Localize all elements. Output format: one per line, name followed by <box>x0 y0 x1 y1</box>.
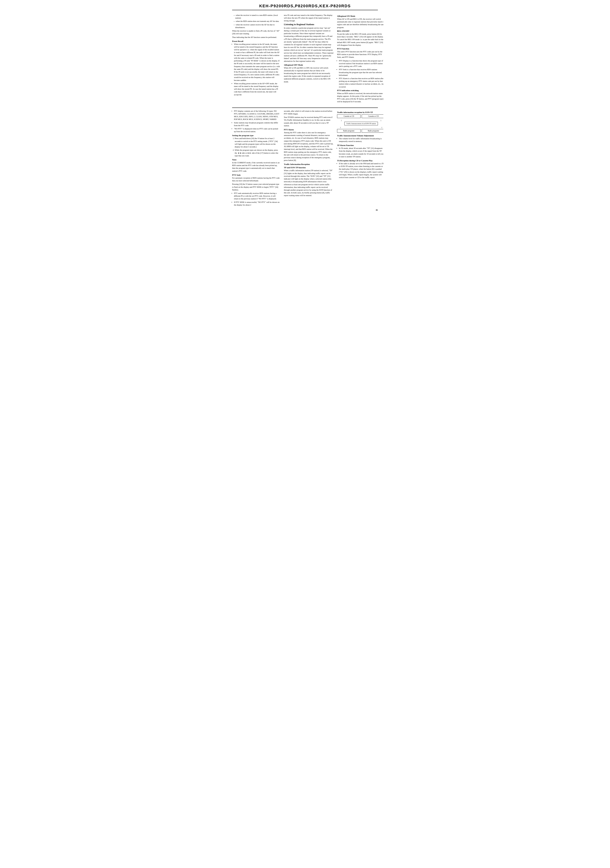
bullet-list-top: when the receiver is tuned to a non-RDS … <box>232 14 280 29</box>
list-item: The volume level for traffic information… <box>339 137 383 143</box>
pty-seek-text: Pressing [10] the ® button causes your s… <box>232 183 280 191</box>
traffic-volume-list: The volume level for traffic information… <box>337 137 383 143</box>
regional-off-text: When AF is ON and REG is OFF, the receiv… <box>284 67 333 83</box>
pty-function-title: PTY Function <box>337 48 383 50</box>
list-item: PTY Display is a function that shows the… <box>339 59 383 68</box>
regional-on-title: 2)Regional ON Mode <box>337 15 383 17</box>
list-item: When recalling preset stations in the AF… <box>234 82 280 96</box>
arrow-up-left: ↑ <box>340 126 341 129</box>
list-item: If the radio is already set to the FM ba… <box>339 162 383 179</box>
top-main-content: when the receiver is tuned to a non-RDS … <box>232 14 378 104</box>
preset-recall-list: When recalling preset stations in the AF… <box>232 43 280 96</box>
thus-text: Thus indicating that the AF function can… <box>232 36 280 39</box>
arrow-down-right: ↓ <box>381 119 382 122</box>
cont-text-bottom: seconds, after which it will return to t… <box>284 110 333 115</box>
diagram-middle-row: Traffic Announcement of an EON-TP statio… <box>337 122 383 126</box>
diagram-arrows-up: ↑ ↑ <box>337 126 383 129</box>
pty-alarm-text: Among the PTY codes there is also one fo… <box>284 131 333 162</box>
list-item: If PTY SEEK is unsuccessful, "NO PTY" wi… <box>234 201 280 206</box>
diagram-cassette-right: Cassette or CD <box>362 115 383 118</box>
setting-list: Press and hold down [10] the ® button fo… <box>232 137 280 157</box>
list-item: "NO PTY" is displayed when no PTY code c… <box>234 127 280 133</box>
page-header: KEH-P9200RDS,P8200RDS,KEX-P820RDS <box>232 4 378 10</box>
pty-seek-intro: For automatic reception of RDS stations … <box>232 177 280 182</box>
bottom-col-left: PTY display contents are of the followin… <box>232 110 280 207</box>
traffic-diagram: Cassette or CD Cassette or CD ↓ ↓ Traffi… <box>337 115 383 133</box>
listening-title: Listening to Regional Stations <box>284 23 333 26</box>
pty-function-text: This unit's PTY function uses the PTY co… <box>337 50 383 59</box>
diagram-radio-left: Radio programe <box>337 129 361 133</box>
regional-on-text: When AF is ON and REG is ON, the receive… <box>337 18 383 29</box>
reg-on-off-title: REG ON/OFF <box>337 30 383 32</box>
list-item: when the RDS station does not transmit a… <box>234 20 280 23</box>
pty-indication-title: PTY indication switching <box>337 89 383 91</box>
pty-display-list: PTY display contents are of the followin… <box>232 110 280 133</box>
list-item: PTY Alarm is a function that receives an… <box>339 77 383 88</box>
diagram-arrows-down: ↓ ↓ <box>337 119 383 122</box>
traffic-eon-diagram-title: Traffic information reception by EON-TP <box>337 111 383 113</box>
ta-reception-title: TA Reception during CD or Cassette Play <box>337 160 383 162</box>
bottom-section: PTY display contents are of the followin… <box>232 107 378 207</box>
traffic-info-title: Traffic Information Reception <box>284 163 333 165</box>
listening-text: In some countries a particular program s… <box>284 26 333 63</box>
diagram-cassette-left: Cassette or CD <box>337 115 361 118</box>
list-item: when the receiver cannot receive the AF … <box>234 23 280 29</box>
top-col-left: when the receiver is tuned to a non-RDS … <box>232 14 280 104</box>
diagram-radio-right: Radio programe <box>362 129 383 133</box>
cont-text: new PI code and stay tuned to the initia… <box>284 14 333 22</box>
traffic-volume-title: Traffic Announcement Volume Adjustment <box>337 135 383 137</box>
bottom-col-middle: seconds, after which it will return to t… <box>284 110 333 207</box>
preset-recall-title: Preset Recall <box>232 40 280 42</box>
top-col-right: 2)Regional ON Mode When AF is ON and REG… <box>337 14 383 104</box>
setting-title: Setting the program type <box>232 134 280 136</box>
diagram-top-row: Cassette or CD Cassette or CD <box>337 115 383 118</box>
diagram-announcement: Traffic Announcement of an EON-TP statio… <box>344 122 378 126</box>
reg-on-off-text: To put the radio in the REG ON mode, pre… <box>337 33 383 46</box>
pty-seek-list: PTY seek automatically receives RDS stat… <box>232 192 280 206</box>
list-item: When recalling preset stations in the AF… <box>234 43 280 82</box>
diagram-bottom-row: Radio programe Radio programe <box>337 129 383 133</box>
list-item: Press and hold down [10] the ® button fo… <box>235 137 280 148</box>
regional-off-title: 1)Regional OFF Mode <box>284 64 333 66</box>
tp-eon-title: TP and EON-TP function <box>284 166 333 169</box>
pty-indication-text: When an RDS station is received, the net… <box>337 92 383 103</box>
tp-eon-text: When a traffic information station (TP s… <box>284 169 333 197</box>
page-title: KEH-P9200RDS,P8200RDS,KEX-P820RDS <box>232 4 378 8</box>
pty-items-list: PTY Display is a function that shows the… <box>337 59 383 88</box>
arrow-down-left: ↓ <box>341 119 342 122</box>
note-title: Note: <box>232 158 280 161</box>
page-number: 81 <box>232 209 378 211</box>
list-item: PTY Seek is a function that receives RDS… <box>339 68 383 76</box>
list-item: Some stations may broadcast program cont… <box>234 121 280 127</box>
bottom-col-right: Traffic information reception by EON-TP … <box>337 110 383 207</box>
ta-reception-list: If the radio is already set to the FM ba… <box>337 162 383 179</box>
tp-alarm-list: In TA mode, about 30 seconds after "TP" … <box>337 147 383 158</box>
list-item: In TA mode, about 30 seconds after "TP" … <box>339 147 383 158</box>
note-text: In the CURRENT mode, if the currently re… <box>232 161 280 172</box>
top-col-middle: new PI code and stay tuned to the initia… <box>284 14 333 104</box>
list-item: PTY display contents are of the followin… <box>234 110 280 121</box>
intro-text: When the receiver is unable to find a PI… <box>232 29 280 35</box>
tp-alarm-title: TP Alarm Function <box>337 144 383 146</box>
list-item: when the receiver is tuned to a non-RDS … <box>234 14 280 19</box>
non-tp-text: Non TP RDS stations may be received duri… <box>284 116 333 127</box>
pty-seek-title: PTY Seek <box>232 174 280 176</box>
arrow-up-right: ↑ <box>381 126 382 129</box>
pty-alarm-title: PTY Alarm <box>284 129 333 131</box>
list-item: While the program types are shown on the… <box>235 149 280 157</box>
list-item: PTY seek automatically receives RDS stat… <box>234 192 280 200</box>
